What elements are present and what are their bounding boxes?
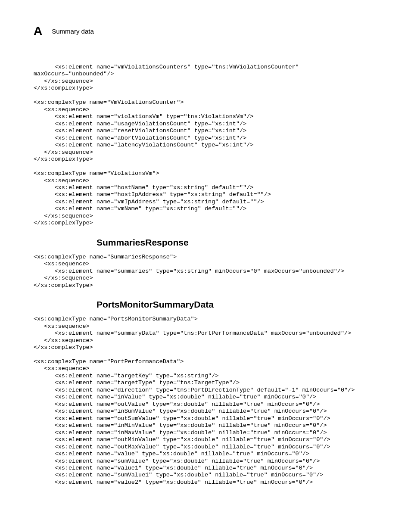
code-block-1: <xs:element name="vmViolationsCounters" … xyxy=(34,64,377,227)
section-heading-summaries-response: SummariesResponse xyxy=(97,237,377,248)
page-header: A Summary data xyxy=(34,25,377,37)
code-block-3: <xs:complexType name="PortsMonitorSummar… xyxy=(34,316,377,486)
appendix-letter: A xyxy=(34,25,42,37)
page: A Summary data <xs:element name="vmViola… xyxy=(0,0,411,532)
code-block-2: <xs:complexType name="SummariesResponse"… xyxy=(34,254,377,289)
section-heading-ports-monitor-summary-data: PortsMonitorSummaryData xyxy=(97,299,377,310)
page-title: Summary data xyxy=(52,28,94,35)
